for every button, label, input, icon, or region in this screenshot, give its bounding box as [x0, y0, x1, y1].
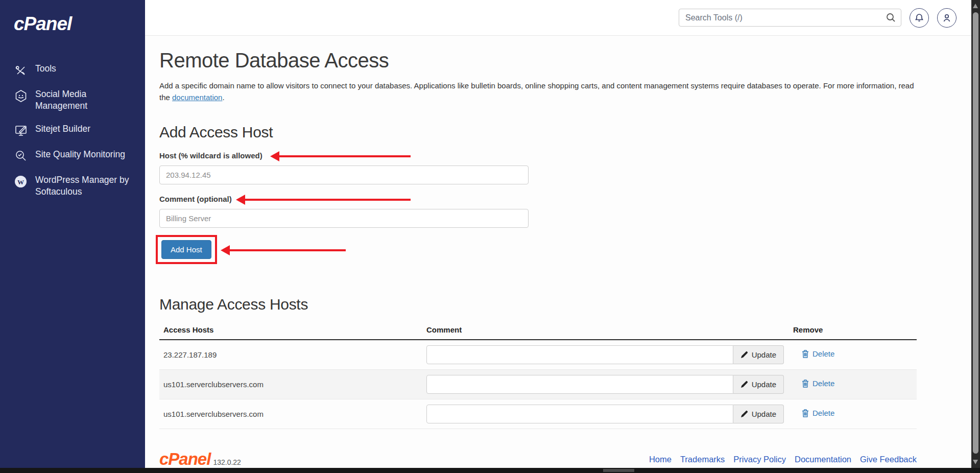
bottom-window-edge	[0, 468, 980, 473]
footer-link[interactable]: Give Feedback	[860, 455, 917, 464]
comment-label-row: Comment (optional)	[159, 195, 965, 205]
sidebar-item[interactable]: Sitejet Builder	[0, 117, 145, 143]
sitejet-builder-icon	[14, 124, 28, 137]
site-quality-icon	[14, 149, 28, 163]
scrollbar-down-arrow[interactable]	[973, 460, 978, 464]
scrollbar-up-arrow[interactable]	[973, 4, 978, 8]
delete-link[interactable]: Delete	[802, 409, 834, 417]
annotation-red-box: Add Host	[156, 235, 217, 264]
bell-icon	[914, 13, 924, 23]
host-label-row: Host (% wildcard is allowed)	[159, 151, 965, 161]
delete-link-label: Delete	[812, 349, 834, 358]
page-title: Remote Database Access	[159, 49, 965, 72]
scrollbar-thumb[interactable]	[973, 12, 978, 454]
add-host-button[interactable]: Add Host	[161, 240, 211, 259]
comment-input-group: Update	[426, 345, 784, 364]
row-comment-input[interactable]	[426, 375, 733, 394]
user-icon	[942, 13, 952, 23]
sidebar-item-label: Social Media Management	[35, 88, 135, 112]
trash-icon	[802, 409, 809, 417]
app-window: cPanel Tools Social Media Management Sit…	[0, 0, 980, 473]
table-header-row: Access Hosts Comment Remove	[159, 325, 917, 340]
wordpress-icon: W	[14, 175, 28, 188]
svg-text:W: W	[17, 178, 24, 186]
main-column: Remote Database Access Add a specific do…	[145, 0, 980, 473]
footer-cpanel-logo: cPanel	[159, 450, 210, 469]
comment-input-group: Update	[426, 405, 784, 423]
access-host-value: 23.227.187.189	[159, 350, 426, 359]
notifications-button[interactable]	[910, 8, 929, 28]
page-content: Remote Database Access Add a specific do…	[145, 36, 980, 473]
row-comment-input[interactable]	[426, 345, 733, 364]
update-button-label: Update	[752, 380, 776, 389]
add-access-host-heading: Add Access Host	[159, 124, 965, 141]
footer-link[interactable]: Privacy Policy	[733, 455, 786, 464]
footer-link[interactable]: Home	[649, 455, 672, 464]
sidebar-item[interactable]: Site Quality Monitoring	[0, 143, 145, 169]
add-host-button-row: Add Host	[159, 235, 965, 267]
trash-icon	[802, 380, 809, 388]
description-period: .	[222, 93, 224, 102]
update-button-label: Update	[752, 410, 776, 418]
sidebar-item[interactable]: W WordPress Manager by Softaculous	[0, 169, 145, 203]
sidebar-item[interactable]: Social Media Management	[0, 83, 145, 117]
footer-links: HomeTrademarksPrivacy PolicyDocumentatio…	[649, 455, 917, 464]
access-hosts-table: Access Hosts Comment Remove 23.227.187.1…	[159, 325, 917, 429]
update-button[interactable]: Update	[733, 405, 784, 423]
annotation-arrow-host	[279, 155, 411, 157]
manage-access-hosts-heading: Manage Access Hosts	[159, 296, 965, 313]
update-button-label: Update	[752, 350, 776, 359]
documentation-link[interactable]: documentation	[172, 93, 222, 102]
topbar	[145, 0, 980, 36]
update-button[interactable]: Update	[733, 345, 784, 364]
search-icon[interactable]	[886, 12, 896, 25]
trash-icon	[802, 350, 809, 358]
delete-link-label: Delete	[812, 379, 834, 388]
comment-label: Comment (optional)	[159, 195, 232, 203]
host-label: Host (% wildcard is allowed)	[159, 151, 262, 160]
column-header-access-hosts: Access Hosts	[159, 325, 426, 334]
table-body: 23.227.187.189 Update	[159, 340, 917, 429]
annotation-arrow-comment	[245, 199, 411, 201]
column-header-remove: Remove	[793, 325, 917, 334]
social-media-icon	[14, 89, 28, 103]
search-box	[679, 9, 901, 27]
delete-link[interactable]: Delete	[802, 379, 834, 388]
pencil-icon	[740, 381, 748, 388]
table-row: 23.227.187.189 Update	[159, 340, 917, 370]
sidebar-item-label: WordPress Manager by Softaculous	[35, 174, 135, 198]
host-input[interactable]	[159, 165, 529, 184]
access-host-value: us101.serverclubservers.com	[159, 410, 426, 418]
footer-link[interactable]: Documentation	[795, 455, 851, 464]
cpanel-logo: cPanel	[0, 13, 145, 35]
sidebar-item-label: Tools	[35, 63, 56, 75]
comment-input[interactable]	[159, 209, 529, 228]
page-description: Add a specific domain name to allow visi…	[159, 80, 917, 103]
access-host-value: us101.serverclubservers.com	[159, 380, 426, 389]
table-row: us101.serverclubservers.com Update	[159, 370, 917, 399]
footer-version: 132.0.22	[213, 458, 241, 466]
sidebar-nav: Tools Social Media Management Sitejet Bu…	[0, 57, 145, 203]
footer-link[interactable]: Trademarks	[680, 455, 725, 464]
pencil-icon	[740, 410, 748, 418]
annotation-arrow-button	[229, 249, 346, 251]
column-header-comment: Comment	[426, 325, 793, 334]
delete-link[interactable]: Delete	[802, 349, 834, 358]
update-button[interactable]: Update	[733, 375, 784, 394]
sidebar-item-label: Sitejet Builder	[35, 123, 90, 135]
search-input[interactable]	[679, 9, 901, 27]
sidebar-item[interactable]: Tools	[0, 57, 145, 83]
table-row: us101.serverclubservers.com Update	[159, 399, 917, 429]
comment-input-group: Update	[426, 375, 784, 394]
tools-icon	[14, 63, 28, 77]
account-button[interactable]	[937, 8, 957, 28]
sidebar-item-label: Site Quality Monitoring	[35, 149, 125, 160]
vertical-scrollbar[interactable]	[971, 0, 980, 468]
horizontal-scrollbar-thumb[interactable]	[603, 469, 634, 472]
description-text: Add a specific domain name to allow visi…	[159, 81, 914, 102]
delete-link-label: Delete	[812, 409, 834, 417]
pencil-icon	[740, 351, 748, 359]
sidebar: cPanel Tools Social Media Management Sit…	[0, 0, 145, 473]
row-comment-input[interactable]	[426, 405, 733, 423]
